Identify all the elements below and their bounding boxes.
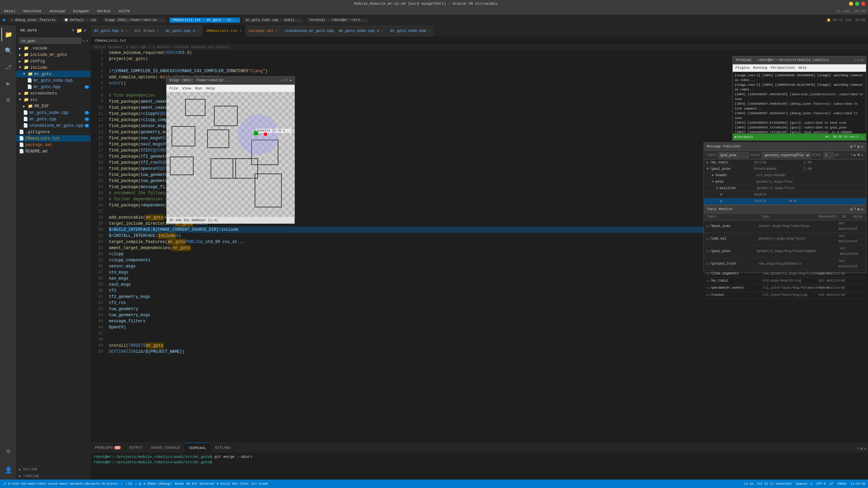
tree-item-vscode[interactable]: ▶ 📁 .vscode bbox=[16, 45, 91, 52]
menu-datei[interactable]: Datei bbox=[3, 8, 17, 14]
kit-status[interactable]: No Kit Selected bbox=[186, 482, 214, 486]
msg-pub-settings[interactable]: ⚙ bbox=[850, 144, 853, 149]
msg-pub-help[interactable]: ? bbox=[854, 144, 856, 149]
menu-maschine[interactable]: Maschine bbox=[22, 8, 43, 14]
tab-output[interactable]: OUTPUT bbox=[125, 443, 147, 453]
activity-settings[interactable]: ⚙ bbox=[1, 444, 15, 458]
tab-debug-console[interactable]: DEBUG CONSOLE bbox=[147, 443, 184, 453]
tab-mr-goto-hpp[interactable]: mr_goto.hpp 5 ✕ bbox=[91, 25, 131, 37]
tree-item-package-xml[interactable]: 📄 package.xml bbox=[16, 142, 91, 148]
sidebar-search-close[interactable]: ✕ bbox=[82, 39, 84, 43]
close-button[interactable] bbox=[861, 2, 865, 6]
tree-item-cmakelists[interactable]: 📄 CMakeLists.txt bbox=[16, 135, 91, 142]
menu-geraete[interactable]: Geräte bbox=[96, 8, 112, 14]
stage-maximize[interactable]: □ bbox=[285, 78, 288, 83]
tree-item-mr-goto-node-hpp[interactable]: 📄 mr_goto_node.hpp bbox=[16, 77, 91, 84]
activity-explorer[interactable]: 📁 bbox=[1, 28, 15, 41]
build-btn[interactable]: ⚙ Build bbox=[217, 482, 230, 486]
menu-anzeige[interactable]: Anzeige bbox=[48, 8, 66, 14]
tab-default-rqt[interactable]: 🔲 Default - rqt bbox=[61, 18, 99, 23]
tab-mr-goto-cpp[interactable]: mr_goto.cpp 2 ✕ bbox=[162, 25, 203, 37]
pub-btn-2[interactable]: ▶ bbox=[854, 152, 856, 158]
run-ctest[interactable]: Run CTest bbox=[232, 482, 249, 486]
sidebar-refresh-btn[interactable]: ↺ bbox=[86, 39, 88, 43]
tab-mr-goto-node-hpp[interactable]: mr_goto_node.hpp ✕ bbox=[387, 25, 434, 37]
topic-input[interactable] bbox=[718, 152, 749, 158]
panel-close[interactable]: ✕ bbox=[864, 446, 867, 451]
rqt-menu-help[interactable]: Help bbox=[798, 66, 807, 70]
tree-item-config[interactable]: ▶ 📁 config bbox=[16, 58, 91, 64]
activity-run[interactable]: ▶ bbox=[1, 77, 15, 90]
topic-mon-close[interactable]: ✕ bbox=[861, 207, 863, 211]
msg-pub-undock[interactable]: ⊞ bbox=[857, 144, 860, 149]
activity-source-control[interactable]: ⎇ bbox=[1, 60, 15, 74]
tab-mr-goto-node[interactable]: mr_goto_node.cpp - mobil... bbox=[243, 18, 303, 23]
tree-item-mr-goto-hpp[interactable]: 📄 mr_goto.hpp 5 bbox=[16, 84, 91, 90]
tab-mr-goto-node-cpp[interactable]: mr_goto_node.cpp 3 ✕ bbox=[335, 25, 387, 37]
git-graph[interactable]: Git Graph bbox=[252, 482, 268, 486]
rqt-menu-plugins[interactable]: Plugins bbox=[735, 66, 750, 70]
stage-menu-run[interactable]: Run bbox=[195, 86, 202, 90]
status-warnings[interactable]: ⚠ 0 bbox=[135, 482, 141, 486]
tab-terminal[interactable]: TERMINAL bbox=[184, 443, 211, 453]
rqt-menu-running[interactable]: Running bbox=[753, 66, 767, 70]
timeline-section[interactable]: ▶ TIMELINE bbox=[16, 473, 91, 480]
tab-problems[interactable]: PROBLEMS 13 bbox=[91, 443, 125, 453]
outline-section[interactable]: ▶ OUTLINE bbox=[16, 466, 91, 473]
stage-minimize[interactable]: — bbox=[280, 78, 283, 83]
topic-mon-settings[interactable]: ⚙ bbox=[850, 207, 853, 211]
minimize-button[interactable] bbox=[849, 2, 853, 6]
tree-item-mr-goto-node-cpp[interactable]: 📄 mr_goto_node.cpp 3 bbox=[16, 109, 91, 116]
msg-pub-close[interactable]: ✕ bbox=[861, 144, 863, 149]
tree-item-readme[interactable]: 📄 README.md bbox=[16, 148, 91, 155]
terminal-minimize[interactable]: — bbox=[854, 58, 856, 62]
rqt-menu-perspectives[interactable]: Perspectives bbox=[771, 66, 795, 70]
tab-cmake-lists[interactable]: CMakeLists.txt - mr_goto - Vi... bbox=[170, 18, 240, 23]
tree-item-include-mr-goto[interactable]: ▶ 📁 include_mr_goto bbox=[16, 52, 91, 58]
tree-item-screenshots[interactable]: ▶ 📁 screenshots bbox=[16, 90, 91, 97]
tab-cmakelists[interactable]: CMakeLists.txt ✕ bbox=[203, 25, 245, 37]
terminal-maximize[interactable]: □ bbox=[858, 58, 860, 62]
tree-item-mr-exf[interactable]: ▶ 📁 MR_EXF bbox=[16, 103, 91, 109]
activity-extensions[interactable]: ⊞ bbox=[1, 93, 15, 106]
terminal-close[interactable]: ✕ bbox=[861, 58, 863, 62]
tab-debug-laser[interactable]: ⚡ debug_laser_features bbox=[8, 18, 58, 23]
tab-stage-ros[interactable]: Stage (ROS):/home/robot/pr... bbox=[102, 18, 166, 23]
sidebar-new-file[interactable]: + bbox=[72, 28, 75, 34]
topic-mon-undock[interactable]: ⊞ bbox=[857, 207, 860, 211]
pub-btn-3[interactable]: ■ bbox=[857, 152, 860, 158]
tab-package-xml[interactable]: package.xml ✕ bbox=[245, 25, 281, 37]
stage-close[interactable]: ✕ bbox=[290, 78, 292, 83]
status-errors[interactable]: ✕ 13 bbox=[125, 482, 132, 486]
status-sync[interactable]: ↕ bbox=[120, 482, 122, 486]
tree-item-src[interactable]: ▼ 📁 src bbox=[16, 97, 91, 103]
stage-menu-file[interactable]: File bbox=[169, 86, 178, 90]
maximize-button[interactable] bbox=[855, 2, 859, 6]
pub-btn-1[interactable]: + bbox=[850, 152, 853, 158]
tab-standalone-goto[interactable]: standalone_mr_goto.cpp 3 ✕ bbox=[281, 25, 335, 37]
stage-menu-help[interactable]: Help bbox=[206, 86, 215, 90]
cmake-status[interactable]: ⚙ CMake [Debug]: Ready bbox=[144, 482, 184, 486]
activity-search[interactable]: 🔍 bbox=[1, 44, 15, 58]
sidebar-new-folder[interactable]: 📁 bbox=[76, 28, 82, 34]
git-branch[interactable]: ⎇ 8-task-130-make-robot-avoid-small-mova… bbox=[3, 482, 118, 486]
sidebar-search-input[interactable] bbox=[19, 38, 81, 44]
tree-item-gitignore[interactable]: 📄 .gitignore bbox=[16, 129, 91, 135]
sidebar-refresh[interactable]: ↺ bbox=[84, 28, 86, 34]
tab-git-graph[interactable]: Git Graph ✕ bbox=[131, 25, 162, 37]
topic-mon-help[interactable]: ? bbox=[854, 207, 856, 211]
activity-account[interactable]: 👤 bbox=[1, 463, 15, 477]
menu-hilfe[interactable]: Hilfe bbox=[117, 8, 131, 14]
tree-item-standalone[interactable]: 📄 standalone_mr_goto.cpp 3 bbox=[16, 122, 91, 129]
freq-input[interactable] bbox=[824, 152, 834, 158]
tree-item-mr-goto-cpp[interactable]: 📄 mr_goto.cpp 2 bbox=[16, 116, 91, 122]
pub-btn-4[interactable]: ↺ bbox=[861, 152, 863, 158]
tab-gitlabs[interactable]: GITLABS bbox=[211, 443, 235, 453]
stage-menu-view[interactable]: View bbox=[182, 86, 191, 90]
menu-eingabe[interactable]: Eingabe bbox=[72, 8, 90, 14]
tree-item-include[interactable]: ▼ 📁 include bbox=[16, 64, 91, 71]
panel-split[interactable]: ⊞ bbox=[861, 446, 863, 451]
tree-item-mr-goto-folder[interactable]: ▼ 📁 mr_goto bbox=[16, 71, 91, 77]
panel-add[interactable]: + bbox=[856, 446, 859, 451]
tab-terminal[interactable]: Terminal - robot@mr:~/pro... bbox=[306, 18, 369, 23]
